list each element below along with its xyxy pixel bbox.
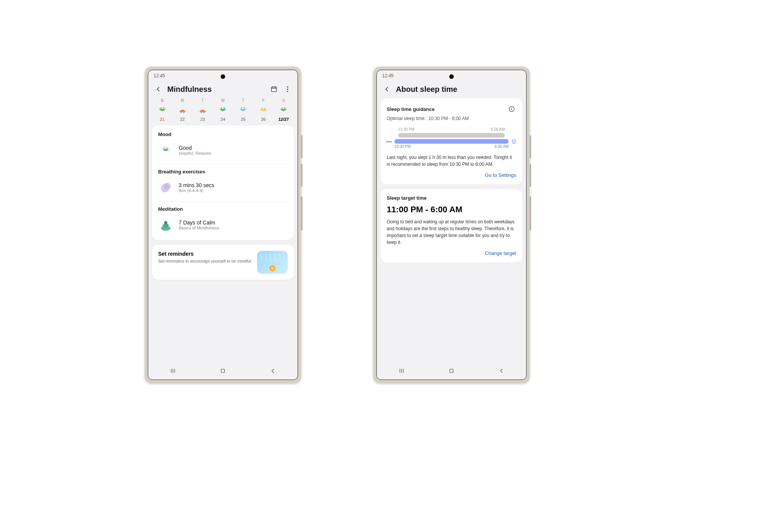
android-nav-bar [148, 364, 298, 380]
volume-down-button[interactable] [530, 164, 531, 187]
mood-face-icon [238, 105, 248, 115]
svg-point-10 [221, 107, 222, 108]
day-cell[interactable]: S21 [155, 98, 170, 122]
day-cell[interactable]: F26 [256, 98, 271, 122]
chevron-left-icon [383, 85, 391, 93]
svg-point-3 [287, 91, 288, 92]
svg-point-7 [183, 112, 184, 113]
meditation-value: 7 Days of Calm [179, 220, 219, 226]
day-number: 21 [155, 117, 170, 122]
power-button[interactable] [530, 196, 531, 231]
day-number: 24 [215, 117, 231, 122]
change-target-link[interactable]: Change target [485, 250, 516, 256]
svg-point-8 [201, 112, 202, 113]
mood-face-icon [177, 105, 188, 115]
nav-home[interactable] [219, 367, 226, 376]
breathing-section-title: Breathing exercises [158, 169, 288, 175]
target-start-label: 10:30 PM [394, 144, 411, 149]
nav-home[interactable] [448, 367, 455, 376]
nav-back[interactable] [269, 367, 276, 376]
actual-start-label: 11:30 PM [398, 127, 415, 131]
svg-point-20 [166, 147, 167, 148]
day-letter: S [155, 98, 170, 103]
chevron-left-icon [154, 85, 162, 93]
day-cell[interactable]: T23 [195, 98, 210, 122]
svg-rect-0 [271, 87, 276, 92]
day-number: 12/27 [276, 117, 291, 122]
back-button[interactable] [382, 85, 391, 94]
mood-face-icon [197, 105, 208, 115]
nav-back[interactable] [498, 367, 505, 376]
status-time: 12:45 [382, 73, 394, 79]
mood-face-icon [218, 105, 228, 115]
info-button[interactable] [507, 104, 516, 114]
sleep-target-card: Sleep target time 11:00 PM - 6:00 AM Goi… [381, 189, 522, 263]
svg-point-18 [285, 107, 285, 108]
volume-down-button[interactable] [301, 164, 303, 187]
mood-face-icon [278, 105, 289, 115]
day-cell[interactable]: S12/27 [276, 98, 291, 122]
front-camera [449, 74, 454, 79]
go-to-settings-link[interactable]: Go to Settings [485, 172, 516, 178]
day-number: 22 [175, 117, 190, 122]
info-icon [508, 106, 515, 112]
reminders-card[interactable]: Set reminders Set reminders to encourage… [152, 245, 294, 280]
svg-point-9 [203, 112, 204, 113]
svg-rect-30 [450, 369, 453, 373]
svg-rect-14 [260, 109, 267, 111]
volume-up-button[interactable] [530, 135, 531, 158]
reminders-title: Set reminders [158, 251, 253, 257]
status-time: 12:45 [154, 73, 165, 79]
svg-point-6 [181, 112, 181, 113]
calendar-button[interactable] [269, 85, 279, 94]
mood-value: Good [179, 145, 211, 151]
phone-sleep: 12:45 About sleep time Sleep time guidan… [373, 67, 530, 383]
day-cell[interactable]: W24 [215, 98, 231, 122]
day-cell[interactable]: T25 [235, 98, 251, 122]
reminders-illustration [257, 251, 288, 274]
day-number: 23 [195, 117, 210, 122]
mood-face-icon [258, 105, 269, 115]
svg-point-25 [164, 221, 168, 224]
meditation-row[interactable]: 7 Days of Calm Basics of Mindfulness [158, 216, 288, 234]
svg-point-15 [261, 108, 262, 109]
nav-recents[interactable] [398, 367, 405, 376]
day-cell[interactable]: M22 [175, 98, 190, 122]
svg-point-1 [287, 87, 288, 88]
meditation-section-title: Meditation [158, 206, 288, 212]
volume-up-button[interactable] [301, 135, 303, 158]
breathing-sub: Box (4-4-4-4) [179, 188, 214, 193]
day-number: 25 [235, 117, 251, 122]
mood-breathing-meditation-card: Mood Good Hopeful, Relaxed Breathing exe… [152, 125, 294, 240]
svg-rect-26 [221, 369, 224, 373]
breathing-icon [158, 180, 173, 195]
divider [157, 201, 289, 202]
back-button[interactable] [154, 85, 163, 94]
meditation-icon [158, 217, 173, 232]
svg-point-22 [164, 183, 171, 189]
day-letter: F [256, 98, 271, 103]
phone-mindfulness: 12:45 Mindfulness S21M22T23W24T25F26S12/… [145, 67, 301, 383]
svg-point-12 [241, 107, 242, 108]
target-paragraph: Going to bed and waking up at regular ti… [387, 218, 516, 246]
breathing-value: 3 mins 30 secs [179, 182, 214, 188]
week-strip: S21M22T23W24T25F26S12/27 [148, 98, 298, 125]
mood-face-icon [157, 105, 168, 115]
power-button[interactable] [301, 196, 303, 231]
alarm-icon [511, 138, 517, 146]
svg-point-11 [224, 107, 224, 108]
day-letter: M [175, 98, 190, 103]
svg-point-28 [511, 107, 512, 108]
more-button[interactable] [283, 85, 292, 94]
reminders-desc: Set reminders to encourage yourself to b… [158, 258, 253, 264]
sleep-guidance-card: Sleep time guidance Optimal sleep time :… [381, 98, 522, 184]
nav-recents[interactable] [170, 367, 176, 376]
bed-icon [386, 138, 392, 146]
sleep-bars: 11:30 PM 6:00 AM [387, 125, 516, 149]
svg-point-5 [163, 107, 164, 108]
mood-tags: Hopeful, Relaxed [179, 151, 211, 155]
breathing-row[interactable]: 3 mins 30 secs Box (4-4-4-4) [158, 178, 288, 197]
android-nav-bar [377, 364, 526, 380]
svg-point-19 [164, 147, 165, 148]
mood-row[interactable]: Good Hopeful, Relaxed [158, 141, 288, 159]
